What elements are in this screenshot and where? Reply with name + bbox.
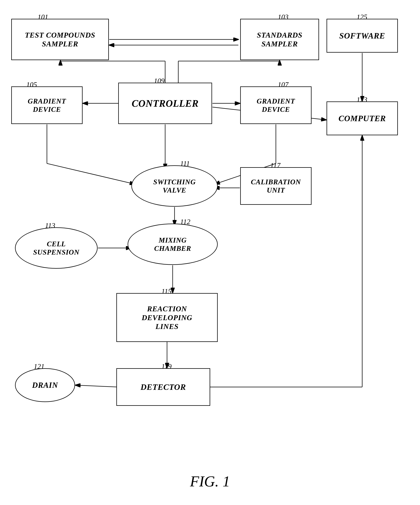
cell-suspension-label: CELLSUSPENSION	[33, 240, 80, 256]
test-compounds-sampler-label: TEST COMPOUNDS SAMPLER	[12, 31, 108, 48]
drain-label: DRAIN	[32, 381, 58, 390]
reaction-developing-box: REACTIONDEVELOPINGLINES	[116, 293, 218, 342]
ref-107: 107	[278, 80, 288, 89]
ref-111: 111	[180, 159, 190, 168]
ref-105: 105	[26, 80, 37, 89]
diagram: TEST COMPOUNDS SAMPLER 101 STANDARDSSAMP…	[0, 0, 420, 505]
test-compounds-sampler-box: TEST COMPOUNDS SAMPLER	[11, 19, 109, 60]
switching-valve-label: SWITCHINGVALVE	[153, 178, 196, 194]
controller-label: CONTROLLER	[132, 98, 199, 109]
ref-115: 115	[161, 287, 172, 295]
reaction-developing-label: REACTIONDEVELOPINGLINES	[142, 304, 192, 331]
ref-117: 117	[270, 161, 280, 170]
svg-line-24	[75, 385, 118, 387]
ref-123: 123	[357, 95, 367, 104]
calibration-unit-label: CALIBRATIONUNIT	[251, 178, 301, 194]
ref-121: 121	[34, 362, 44, 371]
detector-label: DETECTOR	[141, 382, 186, 392]
switching-valve-ellipse: SWITCHINGVALVE	[131, 165, 218, 207]
gradient-device-right-box: GRADIENTDEVICE	[240, 86, 312, 124]
software-box: SOFTWARE	[327, 19, 398, 53]
computer-box: COMPUTER	[327, 101, 398, 135]
svg-line-15	[47, 164, 135, 184]
mixing-chamber-label: MIXINGCHAMBER	[154, 236, 191, 252]
figure-label: FIG. 1	[190, 473, 230, 490]
ref-103: 103	[278, 13, 288, 21]
computer-label: COMPUTER	[339, 114, 386, 123]
cell-suspension-ellipse: CELLSUSPENSION	[15, 227, 98, 269]
ref-112: 112	[180, 218, 190, 226]
gradient-device-left-box: GRADIENTDEVICE	[11, 86, 83, 124]
mixing-chamber-ellipse: MIXINGCHAMBER	[128, 224, 218, 265]
gradient-device-right-label: GRADIENTDEVICE	[257, 97, 295, 114]
ref-113: 113	[45, 221, 55, 230]
drain-ellipse: DRAIN	[15, 368, 75, 402]
detector-box: DETECTOR	[116, 368, 210, 406]
software-label: SOFTWARE	[339, 31, 385, 41]
standards-sampler-label: STANDARDSSAMPLER	[257, 31, 302, 48]
ref-101: 101	[37, 13, 48, 21]
ref-125: 125	[357, 13, 367, 21]
ref-119: 119	[161, 362, 172, 371]
calibration-unit-box: CALIBRATIONUNIT	[240, 167, 312, 205]
controller-box: CONTROLLER	[118, 83, 212, 124]
ref-109: 109	[154, 77, 165, 85]
gradient-device-left-label: GRADIENTDEVICE	[28, 97, 66, 114]
standards-sampler-box: STANDARDSSAMPLER	[240, 19, 319, 60]
